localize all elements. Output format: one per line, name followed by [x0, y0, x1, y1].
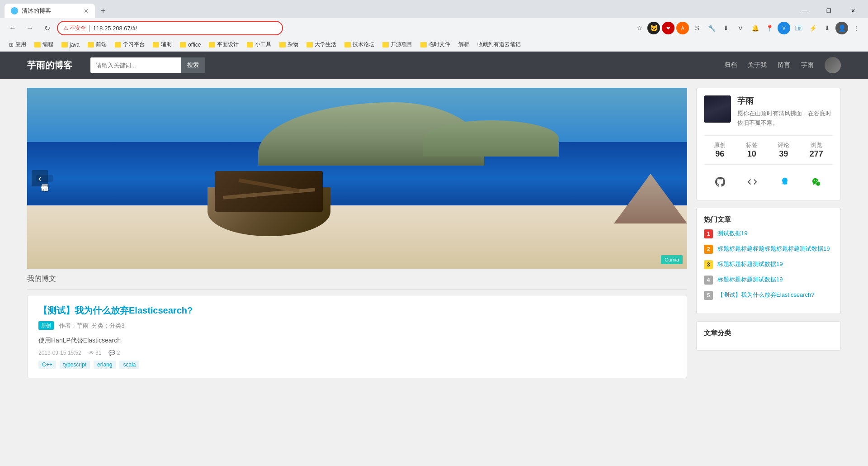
browser-toolbar: ← → ↻ ⚠ 不安全 | 118.25.208.67/#/ ☆ 🐱 ❤ A S…	[0, 18, 868, 38]
bookmark-qianduan[interactable]: 前端	[84, 39, 110, 50]
tag-c++[interactable]: C++	[38, 361, 56, 369]
blog-title[interactable]: 芋雨的博客	[27, 59, 72, 71]
bookmark-jiexi[interactable]: 解析	[455, 39, 473, 50]
back-button[interactable]: ←	[5, 21, 20, 35]
security-warning: ⚠ 不安全	[63, 24, 86, 32]
avatar[interactable]	[825, 57, 841, 73]
ext-2-icon[interactable]: ❤	[662, 22, 675, 34]
stat-views: 浏览 277	[810, 141, 823, 159]
bookmark-fuzhu[interactable]: 辅助	[149, 39, 175, 50]
code-icon[interactable]	[744, 174, 760, 190]
stat-views-value: 277	[810, 149, 823, 159]
bookmark-linshi[interactable]: 临时文件	[417, 39, 454, 50]
folder-icon	[153, 42, 159, 48]
folder-icon	[180, 42, 186, 48]
post-title[interactable]: 【测试】我为什么放弃Elasticsearch?	[38, 304, 676, 317]
post-views-icon: 👁 31	[89, 350, 102, 356]
qq-icon[interactable]	[777, 174, 793, 190]
article-categories-card: 文章分类	[696, 321, 841, 351]
folder-icon	[279, 42, 286, 48]
tab-close-button[interactable]: ✕	[84, 8, 89, 14]
blog-header: 芋雨的博客 搜索 归档 关于我 留言 芋雨	[0, 52, 868, 79]
wechat-icon[interactable]	[809, 174, 825, 190]
nav-user[interactable]: 芋雨	[801, 61, 814, 69]
bookmark-zawu[interactable]: 杂物	[276, 39, 302, 50]
bookmark-daxue[interactable]: 大学生活	[303, 39, 340, 50]
bookmark-apps[interactable]: ⊞ 应用	[5, 39, 30, 50]
nav-archive[interactable]: 归档	[724, 61, 737, 69]
close-button[interactable]: ✕	[843, 4, 863, 18]
ext-download-icon[interactable]: ⬇	[821, 22, 834, 34]
post-excerpt: 使用HanLP代替Elasticsearch	[38, 335, 676, 345]
social-icons	[704, 171, 833, 193]
folder-icon	[247, 42, 253, 48]
stat-tags: 标签 10	[746, 141, 758, 159]
ext-8-icon[interactable]: V	[778, 22, 790, 34]
refresh-button[interactable]: ↻	[40, 21, 54, 35]
article-categories-title: 文章分类	[704, 329, 833, 338]
titlebar: 清沐的博客 ✕ + — ❐ ✕	[0, 0, 868, 18]
minimize-button[interactable]: —	[794, 4, 815, 18]
tag-typescript[interactable]: typescript	[60, 361, 90, 369]
ext-pin-icon[interactable]: 📍	[763, 22, 776, 34]
hot-article-link-2[interactable]: 标题标题标题标题标题标题标题测试数据19	[717, 245, 830, 253]
nav-about[interactable]: 关于我	[748, 61, 767, 69]
hot-article-link-5[interactable]: 【测试】我为什么放弃Elasticsearch?	[717, 291, 815, 299]
ext-7-icon[interactable]: 🔔	[749, 22, 761, 34]
post-date: 2019-09-15 15:52	[38, 350, 81, 356]
stat-tags-value: 10	[746, 149, 758, 159]
tag-scala[interactable]: scala	[119, 361, 139, 369]
carousel-prev-button[interactable]: ‹	[32, 170, 48, 186]
forward-button[interactable]: →	[23, 21, 37, 35]
post-comments-icon: 💬 2	[108, 350, 120, 356]
carousel-boat-container	[192, 155, 346, 236]
star-icon[interactable]: ☆	[633, 22, 646, 34]
ext-adblock-icon[interactable]: A	[676, 22, 689, 34]
page-content: 芋雨的博客 搜索 归档 关于我 留言 芋雨	[0, 52, 868, 459]
search-input[interactable]	[90, 57, 181, 73]
ext-4-icon[interactable]: 🔧	[705, 22, 718, 34]
carousel-watermark: Canva	[661, 255, 683, 264]
hot-article-link-4[interactable]: 标题标题标题测试数据19	[717, 276, 783, 284]
hot-article-item-3: 3 标题标题标题测试数据19	[704, 260, 833, 269]
new-tab-button[interactable]: +	[97, 5, 109, 17]
hot-article-item-4: 4 标题标题标题测试数据19	[704, 276, 833, 285]
tag-erlang[interactable]: erlang	[94, 361, 116, 369]
carousel-ground	[27, 205, 687, 269]
post-tags: C++ typescript erlang scala	[38, 361, 676, 369]
bookmark-youdao[interactable]: 收藏到有道云笔记	[474, 39, 524, 50]
nav-guestbook[interactable]: 留言	[778, 61, 790, 69]
carousel: 愿你历尽千帆 ‹ Canva	[27, 88, 687, 269]
ext-6-icon[interactable]: V	[734, 22, 747, 34]
active-tab[interactable]: 清沐的博客 ✕	[5, 4, 95, 18]
folder-icon	[344, 42, 351, 48]
bookmark-jishu[interactable]: 技术论坛	[341, 39, 378, 50]
bookmark-java[interactable]: java	[58, 40, 83, 50]
bookmark-kaiyuan[interactable]: 开源项目	[379, 39, 416, 50]
hot-article-link-1[interactable]: 测试数据19	[717, 229, 747, 238]
bookmark-biancheng[interactable]: 编程	[31, 39, 57, 50]
user-icon[interactable]: 👤	[835, 22, 848, 34]
ext-10-icon[interactable]: ⚡	[807, 22, 819, 34]
bookmark-xuexipingtai[interactable]: 学习平台	[111, 39, 148, 50]
ext-5-icon[interactable]: ⬇	[720, 22, 732, 34]
profile-bio: 愿你在山顶时有清风拂面，在谷底时依旧不孤不寒。	[737, 109, 833, 128]
apps-grid-icon: ⊞	[9, 42, 14, 48]
ext-1-icon[interactable]: 🐱	[647, 22, 660, 34]
bookmarks-bar: ⊞ 应用 编程 java 前端 学习平台 辅助 office 平面	[0, 38, 868, 52]
ext-9-icon[interactable]: 📧	[792, 22, 805, 34]
address-bar[interactable]: ⚠ 不安全 | 118.25.208.67/#/	[57, 21, 283, 35]
hot-article-item-5: 5 【测试】我为什么放弃Elasticsearch?	[704, 291, 833, 300]
bookmark-office[interactable]: office	[176, 40, 204, 50]
folder-icon	[209, 42, 215, 48]
maximize-button[interactable]: ❐	[818, 4, 839, 18]
search-button[interactable]: 搜索	[181, 57, 205, 73]
bookmark-pingmian[interactable]: 平面设计	[205, 39, 242, 50]
hot-article-link-3[interactable]: 标题标题标题测试数据19	[717, 260, 783, 268]
stat-tags-label: 标签	[746, 141, 758, 149]
github-icon[interactable]	[712, 174, 728, 190]
ext-3-icon[interactable]: S	[691, 22, 703, 34]
menu-icon[interactable]: ⋮	[850, 22, 863, 34]
bookmark-xiaogongju[interactable]: 小工具	[243, 39, 275, 50]
window-controls: — ❐ ✕	[794, 4, 863, 18]
